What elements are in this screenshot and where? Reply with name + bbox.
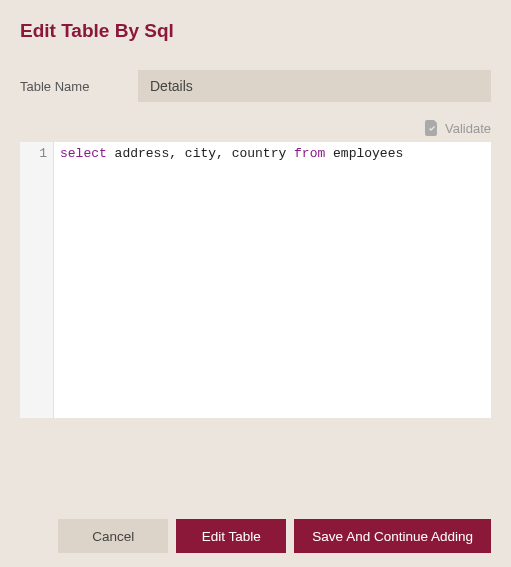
sql-text: employees [325,146,403,161]
table-name-label: Table Name [20,79,138,94]
cancel-button[interactable]: Cancel [58,519,168,553]
validate-button[interactable]: Validate [445,121,491,136]
sql-editor[interactable]: 1 select address, city, country from emp… [20,142,491,418]
footer-buttons: Cancel Edit Table Save And Continue Addi… [0,507,511,567]
sql-code[interactable]: select address, city, country from emplo… [54,142,491,418]
sql-keyword: from [294,146,325,161]
save-continue-button[interactable]: Save And Continue Adding [294,519,491,553]
sql-text: address, city, country [107,146,294,161]
validate-icon [425,120,439,136]
line-number: 1 [20,146,47,161]
sql-keyword: select [60,146,107,161]
table-name-row: Table Name [20,70,491,102]
page-title: Edit Table By Sql [20,20,491,42]
edit-table-button[interactable]: Edit Table [176,519,286,553]
line-number-gutter: 1 [20,142,54,418]
table-name-input[interactable] [138,70,491,102]
